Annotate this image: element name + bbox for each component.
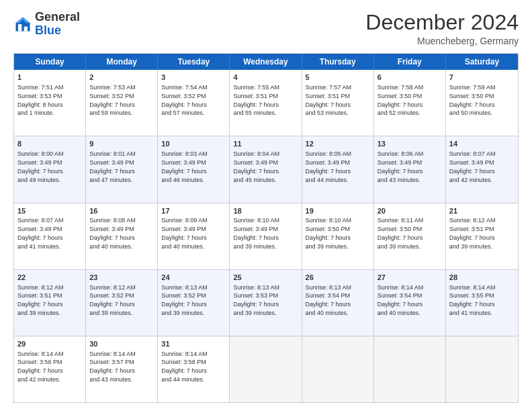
calendar-cell: 7Sunrise: 7:59 AMSunset: 3:50 PMDaylight… xyxy=(446,70,518,136)
cell-text: Sunrise: 8:10 AMSunset: 3:50 PMDaylight:… xyxy=(306,217,352,249)
header-cell-monday: Monday xyxy=(86,54,158,70)
cell-text: Sunrise: 8:06 AMSunset: 3:49 PMDaylight:… xyxy=(378,150,424,183)
calendar-cell: 28Sunrise: 8:14 AMSunset: 3:55 PMDayligh… xyxy=(446,270,518,336)
calendar-cell: 19Sunrise: 8:10 AMSunset: 3:50 PMDayligh… xyxy=(302,203,374,269)
day-number: 12 xyxy=(306,139,370,149)
logo-icon xyxy=(13,15,32,34)
header-cell-sunday: Sunday xyxy=(14,54,86,70)
day-number: 6 xyxy=(378,73,442,83)
cell-text: Sunrise: 8:03 AMSunset: 3:49 PMDaylight:… xyxy=(161,150,208,183)
calendar-cell: 4Sunrise: 7:55 AMSunset: 3:51 PMDaylight… xyxy=(230,70,302,136)
logo-blue: Blue xyxy=(35,24,61,37)
calendar-header-row: SundayMondayTuesdayWednesdayThursdayFrid… xyxy=(14,54,518,70)
cell-text: Sunrise: 8:14 AMSunset: 3:57 PMDaylight:… xyxy=(89,351,136,383)
day-number: 23 xyxy=(89,273,154,283)
calendar-body: 1Sunrise: 7:51 AMSunset: 3:53 PMDaylight… xyxy=(14,70,518,402)
calendar-cell: 10Sunrise: 8:03 AMSunset: 3:49 PMDayligh… xyxy=(158,136,230,202)
calendar-cell: 3Sunrise: 7:54 AMSunset: 3:52 PMDaylight… xyxy=(158,70,230,136)
day-number: 22 xyxy=(17,273,82,283)
day-number: 25 xyxy=(233,273,298,283)
calendar-week-1: 1Sunrise: 7:51 AMSunset: 3:53 PMDaylight… xyxy=(14,70,518,136)
cell-text: Sunrise: 8:14 AMSunset: 3:56 PMDaylight:… xyxy=(17,351,64,383)
day-number: 7 xyxy=(449,73,515,83)
calendar-cell: 9Sunrise: 8:01 AMSunset: 3:49 PMDaylight… xyxy=(86,136,158,202)
calendar-cell: 21Sunrise: 8:12 AMSunset: 3:51 PMDayligh… xyxy=(446,203,518,269)
calendar-cell: 22Sunrise: 8:12 AMSunset: 3:51 PMDayligh… xyxy=(14,270,86,336)
calendar-cell: 20Sunrise: 8:11 AMSunset: 3:50 PMDayligh… xyxy=(374,203,446,269)
logo-text: General Blue xyxy=(35,11,80,38)
calendar-page: General Blue December 2024 Muencheberg, … xyxy=(0,0,532,411)
day-number: 27 xyxy=(378,273,442,283)
calendar-cell: 6Sunrise: 7:58 AMSunset: 3:50 PMDaylight… xyxy=(374,70,446,136)
cell-text: Sunrise: 8:14 AMSunset: 3:55 PMDaylight:… xyxy=(449,284,496,316)
calendar-cell xyxy=(446,336,518,402)
calendar-week-5: 29Sunrise: 8:14 AMSunset: 3:56 PMDayligh… xyxy=(14,336,518,402)
cell-text: Sunrise: 7:55 AMSunset: 3:51 PMDaylight:… xyxy=(233,84,279,116)
calendar-cell xyxy=(374,336,446,402)
cell-text: Sunrise: 8:12 AMSunset: 3:51 PMDaylight:… xyxy=(17,284,64,316)
day-number: 2 xyxy=(89,73,154,83)
cell-text: Sunrise: 7:51 AMSunset: 3:53 PMDaylight:… xyxy=(17,84,64,116)
calendar-cell: 26Sunrise: 8:13 AMSunset: 3:54 PMDayligh… xyxy=(302,270,374,336)
day-number: 20 xyxy=(378,206,442,216)
calendar-cell: 30Sunrise: 8:14 AMSunset: 3:57 PMDayligh… xyxy=(86,336,158,402)
calendar-cell: 15Sunrise: 8:07 AMSunset: 3:49 PMDayligh… xyxy=(14,203,86,269)
cell-text: Sunrise: 7:57 AMSunset: 3:51 PMDaylight:… xyxy=(306,84,352,116)
svg-rect-3 xyxy=(24,26,28,31)
calendar-cell: 24Sunrise: 8:13 AMSunset: 3:52 PMDayligh… xyxy=(158,270,230,336)
cell-text: Sunrise: 8:00 AMSunset: 3:49 PMDaylight:… xyxy=(17,150,64,183)
day-number: 14 xyxy=(449,139,515,149)
cell-text: Sunrise: 8:12 AMSunset: 3:51 PMDaylight:… xyxy=(449,217,496,249)
calendar-cell: 5Sunrise: 7:57 AMSunset: 3:51 PMDaylight… xyxy=(302,70,374,136)
calendar-cell: 1Sunrise: 7:51 AMSunset: 3:53 PMDaylight… xyxy=(14,70,86,136)
cell-text: Sunrise: 8:13 AMSunset: 3:52 PMDaylight:… xyxy=(161,284,208,316)
calendar-grid: SundayMondayTuesdayWednesdayThursdayFrid… xyxy=(13,53,519,403)
day-number: 4 xyxy=(233,73,298,83)
calendar-cell: 31Sunrise: 8:14 AMSunset: 3:58 PMDayligh… xyxy=(158,336,230,402)
calendar-cell: 12Sunrise: 8:05 AMSunset: 3:49 PMDayligh… xyxy=(302,136,374,202)
header-cell-wednesday: Wednesday xyxy=(230,54,302,70)
cell-text: Sunrise: 7:53 AMSunset: 3:52 PMDaylight:… xyxy=(89,84,136,116)
cell-text: Sunrise: 7:58 AMSunset: 3:50 PMDaylight:… xyxy=(378,84,424,116)
day-number: 28 xyxy=(449,273,515,283)
calendar-cell: 8Sunrise: 8:00 AMSunset: 3:49 PMDaylight… xyxy=(14,136,86,202)
day-number: 29 xyxy=(17,339,82,349)
calendar-title: December 2024 xyxy=(365,11,519,34)
day-number: 3 xyxy=(161,73,226,83)
header-cell-saturday: Saturday xyxy=(446,54,518,70)
svg-rect-2 xyxy=(18,24,21,32)
calendar-week-4: 22Sunrise: 8:12 AMSunset: 3:51 PMDayligh… xyxy=(14,270,518,336)
cell-text: Sunrise: 7:54 AMSunset: 3:52 PMDaylight:… xyxy=(161,84,208,116)
cell-text: Sunrise: 8:07 AMSunset: 3:49 PMDaylight:… xyxy=(449,150,496,183)
calendar-cell: 25Sunrise: 8:13 AMSunset: 3:53 PMDayligh… xyxy=(230,270,302,336)
logo-general: General xyxy=(35,10,80,24)
cell-text: Sunrise: 8:13 AMSunset: 3:53 PMDaylight:… xyxy=(233,284,279,316)
day-number: 9 xyxy=(89,139,154,149)
calendar-cell: 2Sunrise: 7:53 AMSunset: 3:52 PMDaylight… xyxy=(86,70,158,136)
logo: General Blue xyxy=(13,11,80,38)
calendar-cell: 14Sunrise: 8:07 AMSunset: 3:49 PMDayligh… xyxy=(446,136,518,202)
calendar-week-3: 15Sunrise: 8:07 AMSunset: 3:49 PMDayligh… xyxy=(14,203,518,270)
day-number: 30 xyxy=(89,339,154,349)
day-number: 15 xyxy=(17,206,82,216)
cell-text: Sunrise: 7:59 AMSunset: 3:50 PMDaylight:… xyxy=(449,84,496,116)
header-cell-tuesday: Tuesday xyxy=(158,54,230,70)
day-number: 31 xyxy=(161,339,226,349)
calendar-cell: 11Sunrise: 8:04 AMSunset: 3:49 PMDayligh… xyxy=(230,136,302,202)
day-number: 13 xyxy=(378,139,442,149)
day-number: 11 xyxy=(233,139,298,149)
day-number: 26 xyxy=(306,273,370,283)
cell-text: Sunrise: 8:12 AMSunset: 3:52 PMDaylight:… xyxy=(89,284,136,316)
day-number: 17 xyxy=(161,206,226,216)
cell-text: Sunrise: 8:07 AMSunset: 3:49 PMDaylight:… xyxy=(17,217,64,249)
calendar-cell: 17Sunrise: 8:09 AMSunset: 3:49 PMDayligh… xyxy=(158,203,230,269)
day-number: 16 xyxy=(89,206,154,216)
calendar-subtitle: Muencheberg, Germany xyxy=(365,36,519,46)
cell-text: Sunrise: 8:04 AMSunset: 3:49 PMDaylight:… xyxy=(233,150,279,183)
cell-text: Sunrise: 8:09 AMSunset: 3:49 PMDaylight:… xyxy=(161,217,208,249)
day-number: 24 xyxy=(161,273,226,283)
calendar-week-2: 8Sunrise: 8:00 AMSunset: 3:49 PMDaylight… xyxy=(14,136,518,203)
day-number: 21 xyxy=(449,206,515,216)
day-number: 1 xyxy=(17,73,82,83)
calendar-cell: 29Sunrise: 8:14 AMSunset: 3:56 PMDayligh… xyxy=(14,336,86,402)
